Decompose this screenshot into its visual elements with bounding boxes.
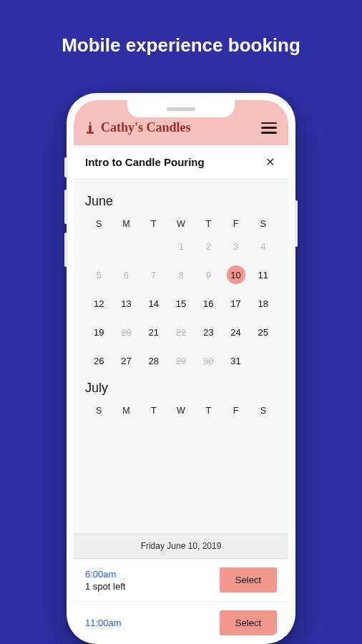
close-icon[interactable]: ✕ <box>263 155 277 169</box>
dow-cell: F <box>222 219 249 229</box>
dow-cell: S <box>85 219 112 229</box>
calendar-day[interactable]: 28 <box>140 351 167 371</box>
phone-screen: Cathy's Candles Intro to Candle Pouring … <box>74 100 288 637</box>
calendar-day: 6 <box>112 265 140 285</box>
phone-notch <box>127 100 235 117</box>
month-label: June <box>85 194 277 209</box>
calendar-grid: 1234567891011121314151617181920212223242… <box>85 236 277 371</box>
calendar-day[interactable]: 15 <box>167 293 195 313</box>
side-button <box>64 157 67 177</box>
calendar-day: 2 <box>195 236 222 256</box>
calendar-day[interactable]: 31 <box>222 351 249 371</box>
dow-cell: W <box>167 406 195 416</box>
page-title: Mobile experience booking <box>0 34 362 57</box>
experience-title: Intro to Candle Pouring <box>85 156 205 168</box>
select-button[interactable]: Select <box>220 567 277 592</box>
calendar-day[interactable]: 21 <box>140 322 167 342</box>
calendar-day[interactable]: 19 <box>85 322 112 342</box>
dow-cell: T <box>140 406 167 416</box>
calendar-day: 30 <box>195 351 222 371</box>
booking-titlebar: Intro to Candle Pouring ✕ <box>74 145 288 180</box>
calendar-day[interactable]: 27 <box>112 351 140 371</box>
calendar-day: 1 <box>167 236 195 256</box>
candle-icon <box>85 122 95 135</box>
calendar-day[interactable]: 16 <box>195 293 222 313</box>
menu-icon[interactable] <box>261 122 277 134</box>
calendar-day: 29 <box>167 351 195 371</box>
dow-cell: W <box>167 219 195 229</box>
month-block: July SMTWTFS <box>85 381 277 416</box>
dow-cell: F <box>222 406 249 416</box>
dow-cell: T <box>195 219 222 229</box>
month-label: July <box>85 381 277 396</box>
calendar-day[interactable]: 25 <box>250 322 277 342</box>
calendar-day: 22 <box>167 322 195 342</box>
calendar-day: 5 <box>85 265 112 285</box>
time-slot: 6:00am1 spot leftSelect <box>74 559 288 602</box>
calendar-day: 7 <box>140 265 167 285</box>
calendar-day[interactable]: 17 <box>222 293 249 313</box>
calendar-empty <box>85 236 112 256</box>
svg-rect-0 <box>89 125 92 132</box>
brand[interactable]: Cathy's Candles <box>85 120 191 135</box>
day-of-week-row: SMTWTFS <box>85 219 277 229</box>
selected-date-banner: Friday June 10, 2019 <box>74 533 288 559</box>
dow-cell: M <box>112 406 140 416</box>
calendar-day[interactable]: 13 <box>112 293 140 313</box>
month-block: June SMTWTFS 123456789101112131415161718… <box>85 194 277 371</box>
slot-time: 6:00am <box>85 569 125 580</box>
calendar-day[interactable]: 24 <box>222 322 249 342</box>
calendar-day: 9 <box>195 265 222 285</box>
calendar-day[interactable]: 12 <box>85 293 112 313</box>
calendar-day[interactable]: 14 <box>140 293 167 313</box>
calendar-day[interactable]: 23 <box>195 322 222 342</box>
dow-cell: S <box>85 406 112 416</box>
side-button <box>295 200 298 247</box>
calendar-day[interactable]: 10 <box>222 265 249 285</box>
side-button <box>64 190 67 224</box>
dow-cell: S <box>250 219 277 229</box>
slot-time: 11:00am <box>85 618 122 628</box>
brand-label: Cathy's Candles <box>101 120 191 135</box>
calendar-empty <box>140 236 167 256</box>
phone-frame: Cathy's Candles Intro to Candle Pouring … <box>67 93 295 644</box>
svg-rect-1 <box>87 132 94 134</box>
dow-cell: M <box>112 219 140 229</box>
day-of-week-row: SMTWTFS <box>85 406 277 416</box>
calendar-day: 3 <box>222 236 249 256</box>
side-button <box>64 233 67 267</box>
select-button[interactable]: Select <box>220 610 277 635</box>
slot-spots: 1 spot left <box>85 581 125 592</box>
calendar-day[interactable]: 26 <box>85 351 112 371</box>
calendar-day: 20 <box>112 322 140 342</box>
calendar-day[interactable]: 11 <box>250 265 277 285</box>
calendar-day[interactable]: 18 <box>250 293 277 313</box>
dow-cell: S <box>250 406 277 416</box>
dow-cell: T <box>140 219 167 229</box>
calendar-day: 8 <box>167 265 195 285</box>
calendar-day: 4 <box>250 236 277 256</box>
time-slot: 11:00amSelect <box>74 602 288 637</box>
dow-cell: T <box>195 406 222 416</box>
calendar-empty <box>112 236 140 256</box>
